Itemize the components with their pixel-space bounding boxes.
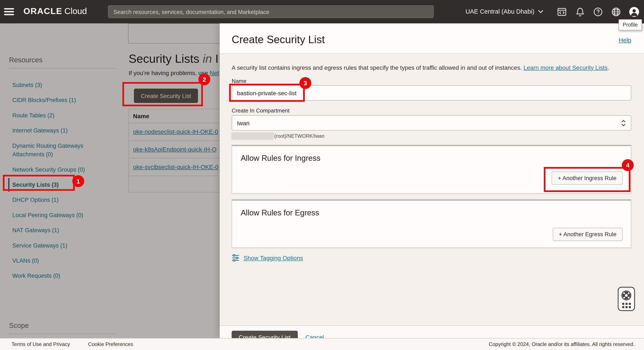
page-footer: Terms of Use and Privacy Cookie Preferen…	[0, 338, 644, 350]
egress-heading: Allow Rules for Egress	[241, 208, 631, 217]
panel-body: A security list contains ingress and egr…	[220, 64, 644, 348]
select-chevrons-icon	[621, 119, 626, 127]
search-input[interactable]	[108, 5, 434, 18]
learn-more-link[interactable]: Learn more about Security Lists	[524, 64, 608, 71]
help-icon[interactable]	[593, 6, 603, 17]
create-in-compartment-label: Create In Compartment	[232, 107, 631, 114]
panel-description: A security list contains ingress and egr…	[232, 64, 631, 71]
ingress-rules-card: Allow Rules for Ingress + Another Ingres…	[232, 145, 631, 194]
help-link[interactable]: Help	[619, 37, 632, 44]
compartment-value: Iwan	[237, 120, 250, 126]
panel-header: Create Security List Help	[220, 23, 644, 54]
annotation-badge-1: 1	[72, 175, 84, 187]
support-launcher-widget[interactable]	[618, 287, 635, 311]
profile-tooltip: Profile	[618, 19, 642, 30]
cookie-preferences-link[interactable]: Cookie Preferences	[88, 341, 133, 347]
hamburger-menu-icon[interactable]	[4, 8, 14, 15]
compartment-path: (root)/NETWORK/Iwan	[274, 133, 324, 139]
terms-link[interactable]: Terms of Use and Privacy	[12, 341, 70, 347]
create-in-compartment-select[interactable]: Iwan	[232, 115, 631, 130]
annotation-badge-2: 2	[198, 73, 210, 85]
another-egress-rule-button[interactable]: + Another Egress Rule	[553, 228, 623, 241]
annotation-badge-3: 3	[300, 77, 311, 89]
create-security-list-panel: Create Security List Help A security lis…	[220, 23, 644, 338]
oracle-cloud-logo[interactable]: ORACLECloud	[24, 6, 87, 16]
life-ring-help-icon	[620, 290, 632, 301]
annotation-badge-4: 4	[622, 159, 634, 171]
copyright-text: Copyright © 2024, Oracle and/or its affi…	[489, 341, 635, 347]
profile-avatar-icon[interactable]	[629, 6, 639, 17]
region-label: UAE Central (Abu Dhabi)	[466, 8, 534, 15]
oracle-cloud-console: ORACLECloud UAE Central (Abu Dhabi)	[0, 0, 644, 350]
tagging-sliders-icon	[232, 254, 240, 262]
name-input[interactable]	[232, 85, 631, 100]
ingress-heading: Allow Rules for Ingress	[241, 154, 631, 163]
language-globe-icon[interactable]	[611, 6, 621, 17]
show-tagging-options-link[interactable]: Show Tagging Options	[244, 255, 303, 261]
brand-cloud: Cloud	[64, 6, 87, 15]
panel-title: Create Security List	[232, 33, 325, 46]
developer-console-icon[interactable]	[557, 6, 567, 17]
top-navigation-bar: ORACLECloud UAE Central (Abu Dhabi)	[0, 0, 644, 23]
apps-grid-icon	[622, 303, 631, 308]
compartment-path-row: (root)/NETWORK/Iwan	[232, 133, 631, 140]
chevron-down-icon	[538, 9, 543, 13]
notifications-bell-icon[interactable]	[575, 6, 585, 17]
region-selector[interactable]: UAE Central (Abu Dhabi)	[466, 8, 544, 15]
redacted-tenancy-name	[232, 133, 274, 140]
another-ingress-rule-button[interactable]: + Another Ingress Rule	[552, 172, 622, 185]
name-label: Name	[232, 78, 631, 85]
profile-tooltip-label: Profile	[623, 22, 638, 28]
egress-rules-card: Allow Rules for Egress + Another Egress …	[232, 199, 631, 248]
tagging-options-row: Show Tagging Options	[232, 254, 631, 262]
brand-oracle: ORACLE	[24, 6, 62, 15]
